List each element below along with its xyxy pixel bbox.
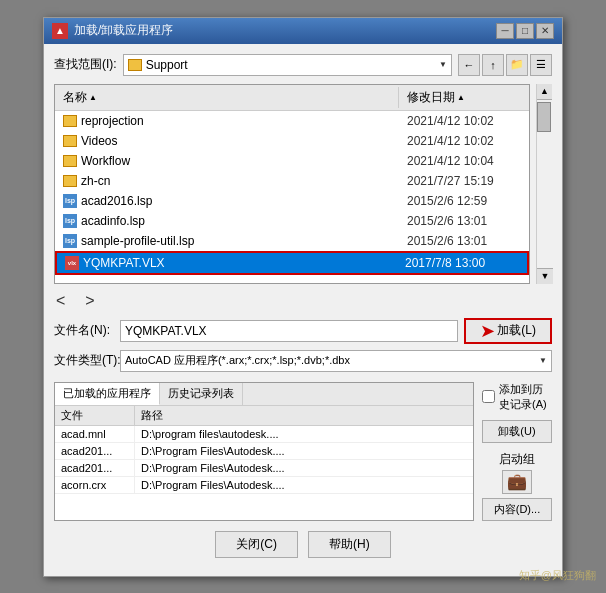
- list-item[interactable]: reprojection 2021/4/12 10:02: [55, 111, 529, 131]
- file-date-cell: 2015/2/6 13:01: [399, 233, 529, 249]
- file-list-scrollbar[interactable]: ▲ ▼: [536, 84, 552, 284]
- filetype-label: 文件类型(T):: [54, 352, 114, 369]
- lookup-label: 查找范围(I):: [54, 56, 117, 73]
- list-item[interactable]: Workflow 2021/4/12 10:04: [55, 151, 529, 171]
- unload-button[interactable]: 卸载(U): [482, 420, 552, 443]
- title-bar: ▲ 加载/卸载应用程序 ─ □ ✕: [44, 18, 562, 44]
- startup-group: 启动组 💼: [482, 451, 552, 494]
- tab-loaded-apps[interactable]: 已加载的应用程序: [55, 383, 160, 405]
- restore-button[interactable]: □: [516, 23, 534, 39]
- table-row[interactable]: acad201... D:\Program Files\Autodesk....: [55, 443, 473, 460]
- filename-input[interactable]: [120, 320, 458, 342]
- app-path-cell: D:\Program Files\Autodesk....: [135, 443, 473, 459]
- app-file-cell: acad201...: [55, 443, 135, 459]
- file-name-cell: reprojection: [55, 113, 399, 129]
- minimize-button[interactable]: ─: [496, 23, 514, 39]
- list-item[interactable]: lsp sample-profile-util.lsp 2015/2/6 13:…: [55, 231, 529, 251]
- arrow-icon: ➤: [480, 320, 495, 342]
- list-item[interactable]: Videos 2021/4/12 10:02: [55, 131, 529, 151]
- lsp-icon: lsp: [63, 194, 77, 208]
- content-button[interactable]: 内容(D)...: [482, 498, 552, 521]
- vlx-icon: vlx: [65, 256, 79, 270]
- back-button[interactable]: ←: [458, 54, 480, 76]
- filename-label: 文件名(N):: [54, 322, 114, 339]
- list-item[interactable]: lsp acadinfo.lsp 2015/2/6 13:01: [55, 211, 529, 231]
- help-button[interactable]: 帮助(H): [308, 531, 391, 558]
- file-name-cell: Videos: [55, 133, 399, 149]
- filetype-combo[interactable]: AutoCAD 应用程序(*.arx;*.crx;*.lsp;*.dvb;*.d…: [120, 350, 552, 372]
- scroll-thumb[interactable]: [537, 102, 551, 132]
- right-buttons-panel: 添加到历史记录(A) 卸载(U) 启动组 💼 内容(D)...: [482, 382, 552, 521]
- scroll-left-arrow[interactable]: <: [56, 292, 65, 310]
- col-headers: 文件 路径: [55, 406, 473, 426]
- folder-icon: [63, 175, 77, 187]
- lsp-icon: lsp: [63, 214, 77, 228]
- title-controls: ─ □ ✕: [496, 23, 554, 39]
- filetype-value: AutoCAD 应用程序(*.arx;*.crx;*.lsp;*.dvb;*.d…: [125, 353, 350, 368]
- sort-date-icon: ▲: [457, 93, 465, 102]
- view-button[interactable]: ☰: [530, 54, 552, 76]
- file-list[interactable]: 名称 ▲ 修改日期 ▲ reprojection 2021/4/12 10:02: [54, 84, 530, 284]
- add-to-history-checkbox[interactable]: [482, 390, 495, 403]
- lookup-combo-text: Support: [128, 58, 188, 72]
- toolbar-right: ← ↑ 📁 ☰: [458, 54, 552, 76]
- scroll-right-arrow[interactable]: >: [85, 292, 94, 310]
- folder-icon: [63, 115, 77, 127]
- briefcase-icon[interactable]: 💼: [502, 470, 532, 494]
- app-path-cell: D:\Program Files\Autodesk....: [135, 477, 473, 493]
- table-row[interactable]: acad201... D:\Program Files\Autodesk....: [55, 460, 473, 477]
- up-button[interactable]: ↑: [482, 54, 504, 76]
- file-date-cell: 2021/4/12 10:04: [399, 153, 529, 169]
- filename-row: 文件名(N): ➤ 加载(L): [54, 318, 552, 344]
- nav-arrows: < >: [54, 292, 552, 310]
- col-path-header: 路径: [135, 406, 473, 425]
- add-to-history-label: 添加到历史记录(A): [499, 382, 552, 412]
- sort-name-icon: ▲: [89, 93, 97, 102]
- table-row[interactable]: acorn.crx D:\Program Files\Autodesk....: [55, 477, 473, 494]
- bottom-section: 已加载的应用程序 历史记录列表 文件 路径 acad.mnl D:\progra…: [54, 382, 552, 521]
- file-name-cell: lsp acadinfo.lsp: [55, 213, 399, 229]
- close-button[interactable]: ✕: [536, 23, 554, 39]
- filetype-row: 文件类型(T): AutoCAD 应用程序(*.arx;*.crx;*.lsp;…: [54, 350, 552, 372]
- scroll-up-button[interactable]: ▲: [537, 84, 552, 100]
- app-path-cell: D:\program files\autodesk....: [135, 426, 473, 442]
- folder-icon: [63, 135, 77, 147]
- folder-icon: [128, 59, 142, 71]
- list-item[interactable]: lsp acad2016.lsp 2015/2/6 12:59: [55, 191, 529, 211]
- file-name-cell: vlx YQMKPAT.VLX: [57, 255, 397, 271]
- list-item-selected[interactable]: vlx YQMKPAT.VLX 2017/7/8 13:00: [55, 251, 529, 275]
- file-name-cell: Workflow: [55, 153, 399, 169]
- col-file-header: 文件: [55, 406, 135, 425]
- list-item[interactable]: zh-cn 2021/7/27 15:19: [55, 171, 529, 191]
- col-name-header[interactable]: 名称 ▲: [55, 87, 399, 108]
- col-date-header[interactable]: 修改日期 ▲: [399, 87, 529, 108]
- title-bar-left: ▲ 加载/卸载应用程序: [52, 22, 173, 39]
- table-row[interactable]: acad.mnl D:\program files\autodesk....: [55, 426, 473, 443]
- dialog-body: 查找范围(I): Support ▼ ← ↑ 📁 ☰ 名称: [44, 44, 562, 576]
- file-date-cell: 2015/2/6 12:59: [399, 193, 529, 209]
- chevron-down-icon: ▼: [439, 60, 447, 69]
- startup-label: 启动组: [499, 451, 535, 468]
- footer-buttons: 关闭(C) 帮助(H): [54, 531, 552, 566]
- loaded-apps-tabs: 已加载的应用程序 历史记录列表: [55, 383, 473, 406]
- folder-icon: [63, 155, 77, 167]
- create-folder-button[interactable]: 📁: [506, 54, 528, 76]
- scroll-down-button[interactable]: ▼: [537, 268, 553, 284]
- lsp-icon: lsp: [63, 234, 77, 248]
- file-date-cell: 2015/2/6 13:01: [399, 213, 529, 229]
- lookup-row: 查找范围(I): Support ▼ ← ↑ 📁 ☰: [54, 54, 552, 76]
- app-file-cell: acad.mnl: [55, 426, 135, 442]
- close-button[interactable]: 关闭(C): [215, 531, 298, 558]
- dialog-title: 加载/卸载应用程序: [74, 22, 173, 39]
- file-date-cell: 2021/4/12 10:02: [399, 133, 529, 149]
- lookup-combo[interactable]: Support ▼: [123, 54, 452, 76]
- file-list-container: 名称 ▲ 修改日期 ▲ reprojection 2021/4/12 10:02: [54, 84, 552, 284]
- app-file-cell: acad201...: [55, 460, 135, 476]
- main-dialog: ▲ 加载/卸载应用程序 ─ □ ✕ 查找范围(I): Support ▼ ← ↑…: [43, 17, 563, 577]
- file-date-cell: 2021/7/27 15:19: [399, 173, 529, 189]
- add-to-history-row: 添加到历史记录(A): [482, 382, 552, 412]
- tab-history[interactable]: 历史记录列表: [160, 383, 243, 405]
- file-name-cell: zh-cn: [55, 173, 399, 189]
- load-button[interactable]: ➤ 加载(L): [464, 318, 552, 344]
- file-name-cell: lsp sample-profile-util.lsp: [55, 233, 399, 249]
